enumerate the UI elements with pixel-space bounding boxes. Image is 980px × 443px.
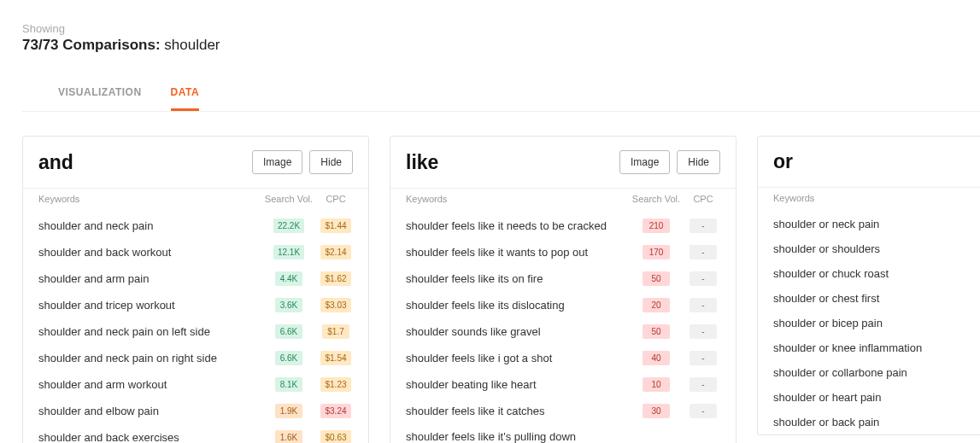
col-vol: Search Vol. [259,194,319,204]
table-row[interactable]: shoulder and tricep workout3.6K$3.03 [23,292,368,318]
vol-cell: 3.6K [259,298,319,312]
cpc-cell: $1.23 [319,377,353,392]
table-row[interactable]: shoulder feels like its on fire50- [390,265,736,292]
vol-cell: 1.9K [259,404,319,418]
keyword-cell: shoulder and neck pain on left side [38,325,259,338]
table-row[interactable]: shoulder and neck pain22.2K$1.44 [23,213,368,239]
keyword-cell: shoulder and elbow pain [38,405,259,417]
table-head-or: Keywords [758,187,980,212]
vol-cell: 50 [626,324,686,339]
vol-cell: 22.2K [259,219,319,233]
table-row[interactable]: shoulder or shoulders [758,236,980,261]
cpc-pill: $3.24 [320,404,350,418]
table-head-and: Keywords Search Vol. CPC [23,188,368,213]
keyword-cell: shoulder sounds like gravel [406,325,626,338]
vol-pill: 1.9K [275,404,302,418]
vol-cell: 50 [626,271,686,286]
table-row[interactable]: shoulder feels like it's pulling down [390,424,736,443]
keyword-cell: shoulder feels like it needs to be crack… [406,219,626,232]
tabbar: VISUALIZATION DATA [22,86,980,112]
table-row[interactable]: shoulder or knee inflammation [758,335,980,360]
title-keyword: shoulder [164,37,220,53]
vol-pill: 6.6K [275,351,302,365]
vol-cell: 30 [626,404,686,418]
keyword-cell: shoulder and neck pain [38,219,259,232]
vol-pill: 210 [643,219,670,233]
col-keywords: Keywords [38,194,259,204]
cpc-pill: $1.62 [320,271,350,286]
table-row[interactable]: shoulder feels like it wants to pop out1… [390,239,736,265]
cpc-pill: $1.54 [320,351,350,365]
vol-pill: 6.6K [275,324,302,339]
cpc-pill: - [690,404,717,418]
table-row[interactable]: shoulder or heart pain [758,385,980,410]
keyword-cell: shoulder and tricep workout [38,299,259,312]
table-row[interactable]: shoulder beating like heart10- [390,371,736,398]
vol-pill: 4.4K [275,271,302,286]
card-or: or Keywords shoulder or neck painshoulde… [757,136,980,435]
table-row[interactable]: shoulder or neck pain [758,212,980,236]
keyword-cell: shoulder feels like it wants to pop out [406,246,626,259]
image-button-like[interactable]: Image [619,150,670,174]
hide-button-like[interactable]: Hide [677,150,720,174]
table-row[interactable]: shoulder or bicep pain [758,311,980,335]
vol-cell: 40 [626,351,686,365]
table-row[interactable]: shoulder and arm workout8.1K$1.23 [23,371,368,398]
keyword-cell: shoulder and back workout [38,246,259,259]
table-row[interactable]: shoulder feels like i got a shot40- [390,345,736,371]
cpc-pill: - [690,219,717,233]
cpc-cell: - [686,298,720,312]
table-row[interactable]: shoulder or chest first [758,286,980,311]
cpc-pill: $1.44 [320,219,350,233]
cpc-cell: - [686,219,720,233]
cpc-cell: - [686,377,720,392]
cpc-pill: - [690,377,717,392]
table-row[interactable]: shoulder feels like it needs to be crack… [390,213,736,239]
cpc-pill: - [690,271,717,286]
vol-cell: 6.6K [259,351,319,365]
hide-button-and[interactable]: Hide [309,150,353,174]
keyword-cell: shoulder feels like it's pulling down [406,430,626,443]
rows-or: shoulder or neck painshoulder or shoulde… [758,212,980,434]
image-button-and[interactable]: Image [252,150,302,174]
cpc-cell: $1.62 [319,271,353,286]
cpc-pill: $3.03 [320,298,350,312]
table-row[interactable]: shoulder and neck pain on left side6.6K$… [23,318,368,345]
vol-pill: 10 [643,377,670,392]
table-row[interactable]: shoulder feels like it catches30- [390,398,736,424]
vol-pill: 50 [643,324,670,339]
vol-pill: 20 [643,298,670,312]
cpc-cell: $1.54 [319,351,353,365]
table-row[interactable]: shoulder and arm pain4.4K$1.62 [23,265,368,292]
col-vol: Search Vol. [626,194,686,204]
rows-and: shoulder and neck pain22.2K$1.44shoulder… [23,213,368,443]
vol-pill: 40 [643,351,670,365]
vol-pill: 12.1K [273,245,304,259]
table-row[interactable]: shoulder sounds like gravel50- [390,318,736,345]
table-row[interactable]: shoulder and back exercises1.6K$0.63 [23,424,368,443]
cpc-cell: $2.14 [319,245,353,259]
col-keywords: Keywords [773,193,980,203]
cpc-pill: $2.14 [320,245,350,259]
table-row[interactable]: shoulder and back workout12.1K$2.14 [23,239,368,265]
col-keywords: Keywords [406,194,626,204]
cpc-cell: $1.44 [319,219,353,233]
table-row[interactable]: shoulder and neck pain on right side6.6K… [23,345,368,371]
keyword-cell: shoulder and back exercises [38,431,259,443]
tab-visualization[interactable]: VISUALIZATION [58,86,142,111]
vol-pill: 22.2K [273,219,304,233]
vol-cell: 210 [626,219,686,233]
vol-pill: 1.6K [275,430,302,443]
rows-like: shoulder feels like it needs to be crack… [390,213,736,443]
cpc-cell: $0.63 [319,430,353,443]
vol-pill: 3.6K [275,298,302,312]
card-title-or: or [773,150,793,173]
table-row[interactable]: shoulder or chuck roast [758,261,980,286]
tab-data[interactable]: DATA [171,86,200,111]
table-row[interactable]: shoulder feels like its dislocating20- [390,292,736,318]
table-row[interactable]: shoulder or collarbone pain [758,360,980,385]
cpc-cell: $3.03 [319,298,353,312]
table-row[interactable]: shoulder or back pain [758,410,980,434]
table-head-like: Keywords Search Vol. CPC [390,188,736,213]
table-row[interactable]: shoulder and elbow pain1.9K$3.24 [23,398,368,424]
